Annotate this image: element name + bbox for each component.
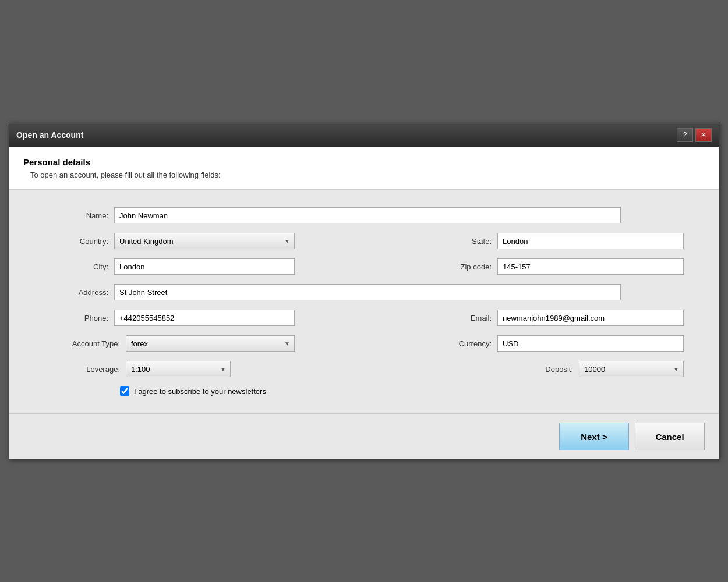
city-zip-row: City: Zip code: (44, 258, 684, 275)
deposit-col: Deposit: 10000 5000 25000 50000 (364, 361, 684, 377)
city-label: City: (44, 262, 114, 271)
account-currency-row: Account Type: forex stocks crypto Curren… (44, 335, 684, 352)
zip-col: Zip code: (364, 258, 684, 275)
zip-label: Zip code: (439, 262, 497, 271)
account-type-label: Account Type: (44, 339, 126, 348)
state-col: State: (364, 233, 684, 249)
leverage-deposit-row: Leverage: 1:100 1:50 1:200 1:500 Deposit… (44, 361, 684, 377)
email-input[interactable] (497, 310, 684, 326)
leverage-label: Leverage: (44, 365, 126, 374)
deposit-select[interactable]: 10000 5000 25000 50000 (579, 361, 684, 377)
currency-label: Currency: (439, 339, 497, 348)
country-label: Country: (44, 237, 114, 246)
country-col: Country: United Kingdom United States Ge… (44, 233, 364, 249)
footer-section: Next > Cancel (9, 414, 719, 459)
state-input[interactable] (497, 233, 684, 249)
leverage-select[interactable]: 1:100 1:50 1:200 1:500 (126, 361, 231, 377)
newsletter-label[interactable]: I agree to subscribe to your newsletters (134, 387, 266, 396)
newsletter-checkbox[interactable] (120, 386, 129, 396)
newsletter-checkbox-row: I agree to subscribe to your newsletters (44, 386, 684, 396)
currency-col: Currency: (364, 335, 684, 352)
currency-input[interactable] (497, 335, 684, 352)
phone-input[interactable] (114, 310, 295, 326)
section-title: Personal details (23, 157, 705, 167)
deposit-label: Deposit: (526, 365, 579, 374)
state-label: State: (451, 237, 497, 246)
form-section: Name: Country: United Kingdom United Sta… (9, 190, 719, 413)
help-button[interactable]: ? (677, 128, 693, 142)
country-select[interactable]: United Kingdom United States Germany Fra… (114, 233, 295, 249)
country-select-wrapper: United Kingdom United States Germany Fra… (114, 233, 295, 249)
deposit-select-wrapper: 10000 5000 25000 50000 (579, 361, 684, 377)
email-col: Email: (364, 310, 684, 326)
next-button[interactable]: Next > (559, 423, 629, 450)
dialog-body: Personal details To open an account, ple… (9, 147, 719, 459)
dialog-window: Open an Account ? ✕ Personal details To … (9, 123, 719, 459)
phone-label: Phone: (44, 314, 114, 322)
address-row: Address: (44, 284, 684, 300)
phone-email-row: Phone: Email: (44, 310, 684, 326)
address-input[interactable] (114, 284, 621, 300)
zip-input[interactable] (497, 258, 684, 275)
name-row: Name: (44, 207, 684, 223)
account-type-select-wrapper: forex stocks crypto (126, 335, 295, 352)
name-label: Name: (44, 211, 114, 220)
email-label: Email: (451, 314, 497, 322)
address-label: Address: (44, 288, 114, 297)
header-section: Personal details To open an account, ple… (9, 147, 719, 189)
country-state-row: Country: United Kingdom United States Ge… (44, 233, 684, 249)
leverage-col: Leverage: 1:100 1:50 1:200 1:500 (44, 361, 364, 377)
title-bar: Open an Account ? ✕ (9, 123, 719, 147)
leverage-select-wrapper: 1:100 1:50 1:200 1:500 (126, 361, 231, 377)
name-input[interactable] (114, 207, 621, 223)
city-col: City: (44, 258, 364, 275)
account-type-select[interactable]: forex stocks crypto (126, 335, 295, 352)
title-bar-buttons: ? ✕ (677, 128, 712, 142)
cancel-button[interactable]: Cancel (635, 423, 705, 450)
account-type-col: Account Type: forex stocks crypto (44, 335, 364, 352)
phone-col: Phone: (44, 310, 364, 326)
dialog-title: Open an Account (16, 130, 83, 140)
close-button[interactable]: ✕ (695, 128, 712, 142)
section-subtitle: To open an account, please fill out all … (23, 171, 705, 179)
city-input[interactable] (114, 258, 295, 275)
